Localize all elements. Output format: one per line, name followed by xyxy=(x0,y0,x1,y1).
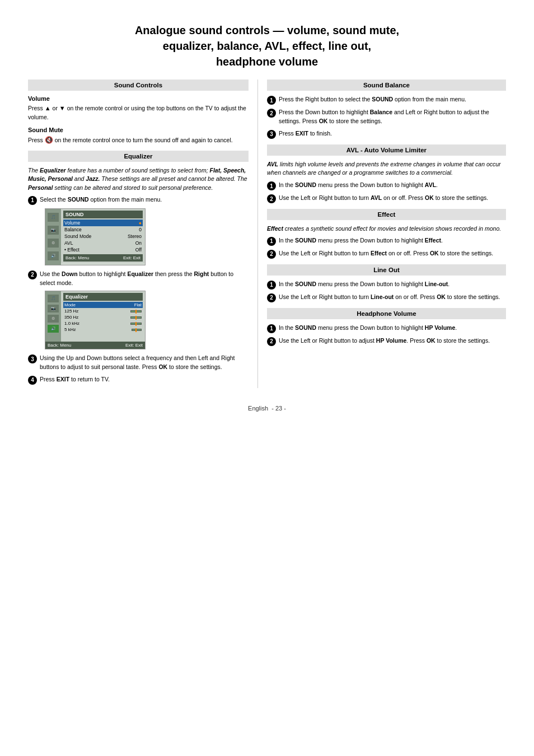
menu-row-volume: Volume● xyxy=(63,220,143,226)
menu-icon-3: ⚙ xyxy=(48,239,59,248)
eq-step2-text: Use the Down button to highlight Equaliz… xyxy=(40,270,249,288)
volume-down-icon: ▼ xyxy=(59,104,65,113)
effect-header: Effect xyxy=(267,209,506,220)
lineout-header: Line Out xyxy=(267,264,506,276)
title-line3: headphone volume xyxy=(216,55,318,68)
mute-icon: 🔇 xyxy=(45,136,53,144)
page-title: Analogue sound controls — volume, sound … xyxy=(28,22,506,69)
eq-icon-3: ⚙ xyxy=(48,315,59,323)
balance-step1-text: Press the Right button to select the SOU… xyxy=(279,95,506,104)
volume-text: Press ▲ or ▼ on the remote control or us… xyxy=(28,104,249,122)
step-num-3: 3 xyxy=(28,354,37,363)
eq-step4-text: Press EXIT to return to TV. xyxy=(40,375,249,384)
equalizer-menu-screenshot: 🎵 📷 ⚙ 🔊 Equalizer ModeFlat 125 Hz 3 xyxy=(45,291,146,349)
eq-row-125hz: 125 Hz xyxy=(63,308,143,314)
eq-step1: 1 Select the SOUND option from the main … xyxy=(28,195,249,205)
lineout-step-num-1: 1 xyxy=(267,281,276,290)
menu-icon-4: 🔊 xyxy=(48,251,59,260)
menu-sidebar: 🎵 📷 ⚙ 🔊 xyxy=(45,209,61,265)
hp-step2: 2 Use the Left or Right button to adjust… xyxy=(267,337,506,346)
avl-step2: 2 Use the Left or Right button to turn A… xyxy=(267,194,506,203)
effect-step-num-2: 2 xyxy=(267,250,276,259)
mute-press: Press xyxy=(28,137,45,143)
effect-step2: 2 Use the Left or Right button to turn E… xyxy=(267,249,506,259)
balance-step1: 1 Press the Right button to select the S… xyxy=(267,95,506,105)
balance-step-num-2: 2 xyxy=(267,109,276,118)
balance-step3: 3 Press EXIT to finish. xyxy=(267,129,506,139)
balance-step2-text: Press the Down button to highlight Balan… xyxy=(279,108,506,126)
balance-step-num-3: 3 xyxy=(267,130,276,139)
avl-step-num-2: 2 xyxy=(267,194,276,203)
hp-step1: 1 In the SOUND menu press the Down butto… xyxy=(267,324,506,333)
balance-step2: 2 Press the Down button to highlight Bal… xyxy=(267,108,506,126)
menu-title: SOUND xyxy=(63,211,143,218)
effect-step1-text: In the SOUND menu press the Down button … xyxy=(279,236,506,245)
left-column: Sound Controls Volume Press ▲ or ▼ on th… xyxy=(28,80,257,388)
volume-title: Volume xyxy=(28,95,249,102)
eq-menu-title: Equalizer xyxy=(63,293,143,301)
balance-step3-text: Press EXIT to finish. xyxy=(279,129,506,138)
hp-volume-header: Headphone Volume xyxy=(267,308,506,319)
sound-balance-header: Sound Balance xyxy=(267,80,506,91)
eq-step4: 4 Press EXIT to return to TV. xyxy=(28,375,249,385)
eq-step2: 2 Use the Down button to highlight Equal… xyxy=(28,270,249,288)
lineout-step1-text: In the SOUND menu press the Down button … xyxy=(279,280,506,289)
hp-step2-text: Use the Left or Right button to adjust H… xyxy=(279,337,506,346)
lineout-step2-text: Use the Left or Right button to turn Lin… xyxy=(279,293,506,302)
main-content: Sound Controls Volume Press ▲ or ▼ on th… xyxy=(28,80,506,388)
sound-mute-text: Press 🔇 on the remote control once to tu… xyxy=(28,135,249,145)
volume-or: or xyxy=(53,105,59,111)
eq-sidebar: 🎵 📷 ⚙ 🔊 xyxy=(45,291,61,342)
footer-language: English xyxy=(248,405,268,412)
eq-row-mode: ModeFlat xyxy=(63,302,143,308)
volume-press: Press xyxy=(28,105,45,111)
hp-step1-text: In the SOUND menu press the Down button … xyxy=(279,324,506,333)
balance-step-num-1: 1 xyxy=(267,96,276,105)
eq-step3: 3 Using the Up and Down buttons select a… xyxy=(28,354,249,372)
menu-content: SOUND Volume● Balance0 Sound ModeStereo … xyxy=(61,209,145,263)
sound-mute-title: Sound Mute xyxy=(28,127,249,133)
avl-step2-text: Use the Left or Right button to turn AVL… xyxy=(279,194,506,203)
step-num-1: 1 xyxy=(28,196,37,205)
title-line2: equalizer, balance, AVL, effect, line ou… xyxy=(163,40,371,52)
sound-menu-screenshot: 🎵 📷 ⚙ 🔊 SOUND Volume● Balance0 Sound Mod… xyxy=(45,208,146,265)
eq-icon-4: 🔊 xyxy=(48,325,59,333)
step-num-4: 4 xyxy=(28,376,37,385)
menu-row-balance: Balance0 xyxy=(63,226,143,233)
eq-step3-text: Using the Up and Down buttons select a f… xyxy=(40,354,249,372)
step-num-2: 2 xyxy=(28,270,37,279)
menu-row-effect: • EffectOff xyxy=(63,246,143,253)
menu-icon-1: 🎵 xyxy=(48,213,59,222)
sound-controls-header: Sound Controls xyxy=(28,80,249,91)
menu-footer: Back: MenuExit: Exit xyxy=(63,254,143,262)
eq-step1-text: Select the SOUND option from the main me… xyxy=(40,195,249,204)
lineout-step-num-2: 2 xyxy=(267,293,276,302)
eq-footer: Back: MenuExit: Exit xyxy=(45,342,145,349)
effect-step2-text: Use the Left or Right button to turn Eff… xyxy=(279,249,506,258)
eq-icon-2: 📷 xyxy=(48,305,59,312)
avl-intro: AVL limits high volume levels and preven… xyxy=(267,160,506,178)
effect-step1: 1 In the SOUND menu press the Down butto… xyxy=(267,236,506,246)
volume-up-icon: ▲ xyxy=(45,104,51,113)
right-column: Sound Balance 1 Press the Right button t… xyxy=(257,80,506,388)
eq-icon-1: 🎵 xyxy=(48,295,59,302)
menu-row-soundmode: Sound ModeStereo xyxy=(63,233,143,240)
effect-step-num-1: 1 xyxy=(267,237,276,246)
eq-row-1khz: 1.0 kHz xyxy=(63,320,143,326)
title-line1: Analogue sound controls — volume, sound … xyxy=(135,24,399,36)
lineout-step2: 2 Use the Left or Right button to turn L… xyxy=(267,293,506,302)
eq-intro: The Equalizer feature has a number of so… xyxy=(28,166,249,193)
equalizer-header: Equalizer xyxy=(28,151,249,162)
footer-page-number: - 23 - xyxy=(271,405,286,412)
lineout-step1: 1 In the SOUND menu press the Down butto… xyxy=(267,280,506,290)
hp-step-num-2: 2 xyxy=(267,337,276,346)
menu-row-avl: AVLOn xyxy=(63,240,143,246)
menu-icon-2: 📷 xyxy=(48,226,59,235)
eq-menu-layout: 🎵 📷 ⚙ 🔊 Equalizer ModeFlat 125 Hz 3 xyxy=(45,291,145,342)
avl-step1-text: In the SOUND menu press the Down button … xyxy=(279,181,506,190)
eq-row-5khz: 5 kHz xyxy=(63,326,143,333)
mute-desc: on the remote control once to turn the s… xyxy=(55,137,233,143)
page-footer: English - 23 - xyxy=(28,405,506,412)
avl-step1: 1 In the SOUND menu press the Down butto… xyxy=(267,181,506,190)
avl-step-num-1: 1 xyxy=(267,181,276,190)
